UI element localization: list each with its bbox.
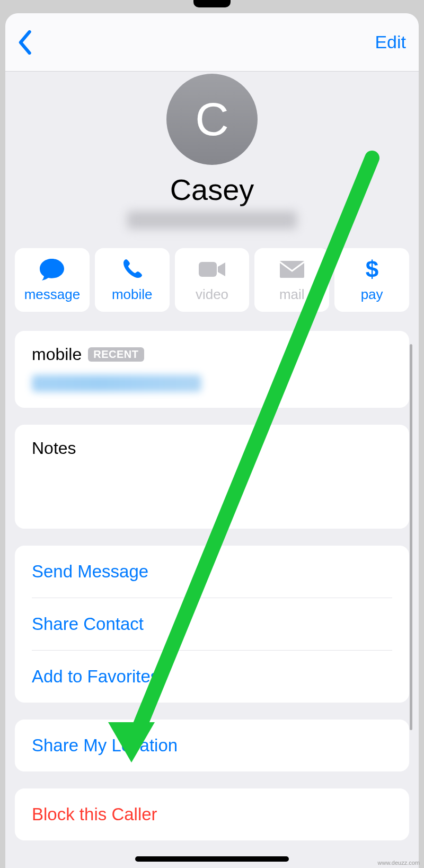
share-location-row[interactable]: Share My Location: [32, 720, 392, 771]
contact-name: Casey: [15, 172, 409, 207]
video-label: video: [196, 286, 228, 303]
actions-card: Send Message Share Contact Add to Favori…: [15, 546, 409, 703]
pay-action[interactable]: $ pay: [334, 248, 409, 312]
video-icon: [198, 258, 226, 281]
phone-icon: [121, 258, 143, 281]
quick-actions-row: message mobile video mail: [15, 248, 409, 312]
chevron-left-icon: [18, 30, 33, 55]
message-label: message: [24, 286, 81, 303]
home-indicator[interactable]: [135, 856, 289, 862]
avatar-initial: C: [195, 92, 229, 146]
mail-label: mail: [279, 286, 305, 303]
svg-text:$: $: [365, 257, 378, 282]
pay-label: pay: [361, 286, 383, 303]
location-card: Share My Location: [15, 720, 409, 771]
share-contact-row[interactable]: Share Contact: [32, 598, 392, 650]
navigation-bar: Edit: [5, 13, 419, 72]
phone-type-label: mobile: [32, 345, 82, 364]
recent-badge: RECENT: [88, 347, 144, 362]
call-action[interactable]: mobile: [95, 248, 170, 312]
message-action[interactable]: message: [15, 248, 90, 312]
back-button[interactable]: [18, 30, 33, 55]
contact-sheet: Edit C Casey message mobile: [5, 13, 419, 868]
phone-card[interactable]: mobile RECENT: [15, 331, 409, 408]
mail-icon: [279, 258, 305, 281]
add-favorites-row[interactable]: Add to Favorites: [32, 651, 392, 703]
edit-button[interactable]: Edit: [375, 32, 406, 52]
scroll-indicator[interactable]: [410, 344, 412, 730]
phone-number-blurred: [32, 375, 201, 392]
message-icon: [39, 258, 65, 281]
call-label: mobile: [112, 286, 153, 303]
svg-rect-1: [280, 261, 304, 278]
device-notch: [193, 0, 231, 7]
status-bar-background: [0, 0, 424, 7]
contact-avatar: C: [166, 74, 258, 165]
notes-card[interactable]: Notes: [15, 425, 409, 529]
block-caller-row[interactable]: Block this Caller: [32, 788, 392, 840]
dollar-icon: $: [364, 258, 380, 281]
notes-label: Notes: [32, 439, 392, 458]
mail-action: mail: [254, 248, 329, 312]
block-card: Block this Caller: [15, 788, 409, 840]
watermark: www.deuzz.com: [378, 860, 420, 866]
contact-company-blurred: [127, 211, 297, 229]
svg-rect-0: [199, 262, 217, 277]
send-message-row[interactable]: Send Message: [32, 546, 392, 598]
video-action: video: [175, 248, 250, 312]
